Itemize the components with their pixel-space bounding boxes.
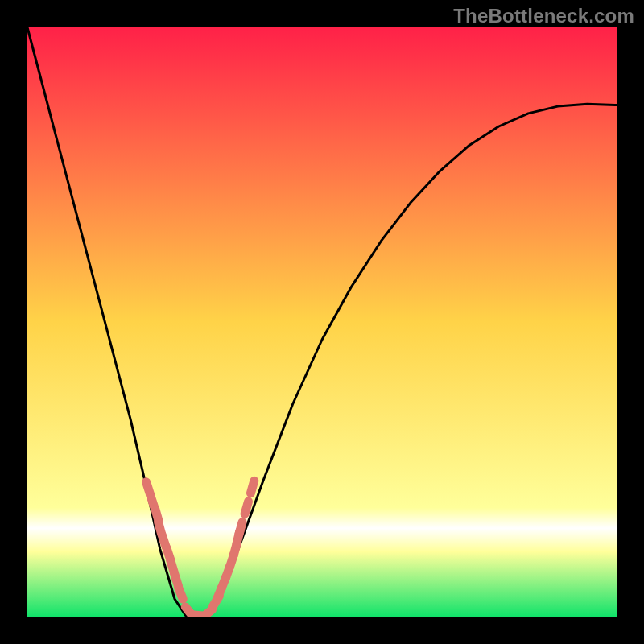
marker-point [178, 587, 183, 599]
chart-frame: TheBottleneck.com [0, 0, 644, 644]
marker-point [250, 481, 254, 493]
plot-background [27, 27, 617, 617]
marker-point [239, 522, 242, 535]
bottleneck-plot [27, 27, 617, 617]
watermark-text: TheBottleneck.com [453, 5, 634, 27]
marker-point [245, 502, 248, 514]
